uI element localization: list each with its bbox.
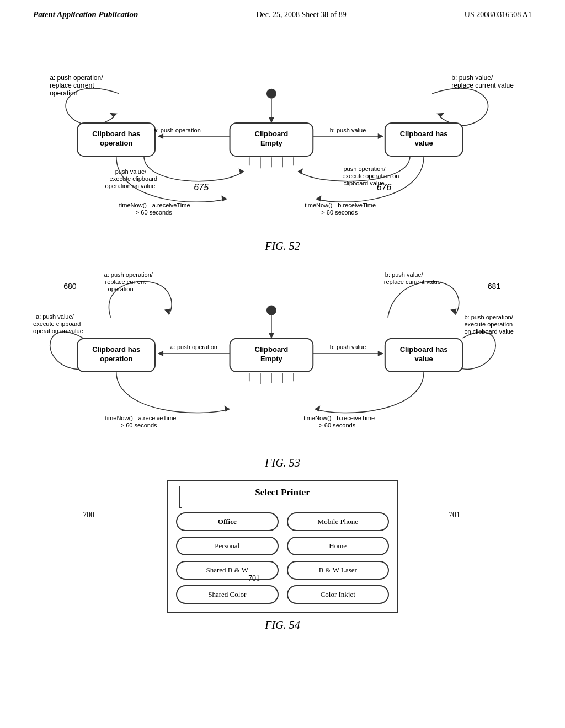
svg-text:Empty: Empty (260, 355, 283, 363)
ref-701-bottom: 701 (248, 574, 260, 583)
svg-text:b: push operation/
        exe: b: push operation/ execute operation on … (464, 314, 514, 335)
printer-left-col: OfficePersonalShared B & WShared Color (176, 512, 279, 604)
svg-text:Clipboard: Clipboard (254, 345, 288, 354)
svg-text:push value/
        execute cl: push value/ execute clipboard operation … (105, 168, 159, 189)
svg-text:b: push value/
        replace: b: push value/ replace current value (451, 74, 514, 89)
fig52-svg: a: push operation/ replace current opera… (33, 36, 532, 234)
page-header: Patent Application Publication Dec. 25, … (0, 0, 565, 25)
svg-text:b: push value/
        replace: b: push value/ replace current value (384, 271, 441, 285)
printer-right-item[interactable]: B & W Laser (287, 561, 390, 580)
printer-left-item[interactable]: Office (176, 512, 279, 531)
svg-text:Clipboard has: Clipboard has (92, 345, 140, 354)
svg-marker-17 (158, 133, 163, 139)
printer-left-item[interactable]: Shared B & W (176, 561, 279, 580)
svg-marker-62 (315, 405, 320, 411)
fig53-diagram: 680 681 a: push value/ execute clipboard… (33, 264, 532, 451)
printer-right-item[interactable]: Mobile Phone (287, 512, 390, 531)
svg-text:a: push operation/
        rep: a: push operation/ replace current opera… (50, 74, 105, 97)
printer-body: OfficePersonalShared B & WShared Color M… (168, 504, 397, 612)
printer-left-item[interactable]: Shared Color (176, 585, 279, 604)
svg-point-4 (266, 89, 276, 99)
svg-marker-55 (158, 351, 163, 356)
svg-text:timeNow() - a.receiveTime
    : timeNow() - a.receiveTime > 60 seconds (105, 415, 178, 429)
svg-text:675: 675 (194, 182, 209, 192)
svg-marker-30 (316, 195, 321, 201)
svg-text:value: value (414, 355, 433, 363)
svg-text:timeNow() - b.receiveTime
    : timeNow() - b.receiveTime > 60 seconds (303, 415, 376, 429)
svg-text:Empty: Empty (260, 139, 283, 147)
svg-marker-60 (225, 405, 230, 411)
svg-marker-44 (269, 333, 274, 339)
header-center: Dec. 25, 2008 Sheet 38 of 89 (256, 10, 346, 19)
svg-text:Clipboard has: Clipboard has (92, 130, 140, 138)
fig53-label: FIG. 53 (33, 457, 532, 469)
svg-marker-28 (222, 195, 227, 201)
svg-marker-0 (110, 113, 118, 117)
printer-dialog-title: Select Printer (168, 481, 397, 504)
svg-text:a: push operation: a: push operation (170, 344, 217, 350)
fig52-label: FIG. 52 (33, 240, 532, 253)
svg-text:push operation/
        execut: push operation/ execute operation on cli… (342, 165, 401, 186)
printer-right-item[interactable]: Home (287, 537, 390, 555)
fig54-label: FIG. 54 (33, 619, 532, 631)
svg-text:operation: operation (100, 355, 132, 363)
svg-text:operation: operation (100, 139, 132, 147)
svg-text:680: 680 (63, 282, 77, 291)
svg-marker-20 (378, 133, 383, 139)
printer-right-col: Mobile PhoneHomeB & W LaserColor Inkjet (287, 512, 390, 604)
fig53-svg: 680 681 a: push value/ execute clipboard… (33, 264, 532, 451)
header-left: Patent Application Publication (33, 10, 138, 19)
svg-marker-58 (378, 351, 383, 356)
ref-700: 700 (83, 511, 94, 520)
svg-text:a: push operation/
        rep: a: push operation/ replace current opera… (104, 271, 154, 292)
svg-text:timeNow() - b.receiveTime
    : timeNow() - b.receiveTime > 60 seconds (305, 202, 377, 216)
svg-text:Clipboard has: Clipboard has (400, 130, 448, 138)
svg-text:a: push operation: a: push operation (154, 127, 201, 133)
svg-text:a: push value/
        execute: a: push value/ execute clipboard operati… (33, 313, 83, 334)
svg-text:value: value (414, 139, 433, 147)
ref-701-right: 701 (449, 511, 460, 520)
printer-right-item[interactable]: Color Inkjet (287, 585, 390, 604)
svg-marker-2 (436, 113, 444, 117)
svg-text:timeNow() - a.receiveTime
    : timeNow() - a.receiveTime > 60 seconds (119, 202, 192, 216)
svg-point-42 (266, 306, 276, 315)
printer-left-item[interactable]: Personal (176, 537, 279, 555)
fig52-diagram: a: push operation/ replace current opera… (33, 36, 532, 234)
svg-text:681: 681 (488, 282, 501, 291)
svg-text:676: 676 (377, 182, 392, 192)
header-right: US 2008/0316508 A1 (465, 10, 532, 19)
fig54-wrapper: 700 Select Printer OfficePersonalShared … (33, 480, 532, 613)
svg-text:b: push value: b: push value (330, 127, 366, 133)
svg-text:Clipboard: Clipboard (254, 130, 288, 138)
svg-marker-6 (269, 117, 274, 123)
printer-dialog: Select Printer OfficePersonalShared B & … (167, 480, 398, 613)
svg-text:b: push value: b: push value (330, 344, 366, 350)
svg-text:Clipboard has: Clipboard has (400, 345, 448, 354)
main-content: a: push operation/ replace current opera… (0, 25, 565, 654)
